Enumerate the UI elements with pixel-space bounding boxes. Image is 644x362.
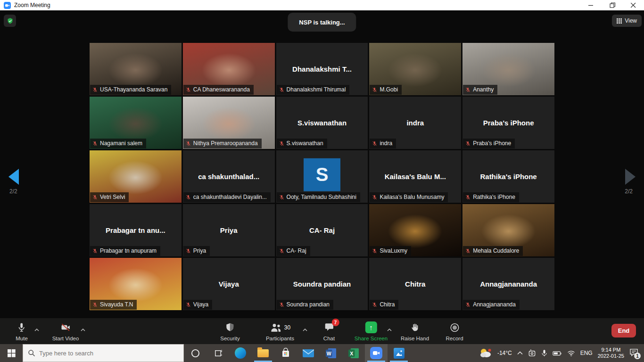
window-title: Zoom Meeting (14, 2, 50, 8)
shield-icon (225, 322, 235, 333)
cortana-button[interactable] (184, 344, 206, 362)
task-view-button[interactable] (206, 344, 229, 362)
participant-name-text: Vijaya (193, 301, 208, 308)
mic-muted-icon (92, 87, 98, 92)
chat-label: Chat (323, 336, 335, 341)
taskbar-app-file-explorer[interactable] (252, 344, 274, 362)
temperature-label[interactable]: -14°C (497, 350, 512, 356)
mic-muted-icon (465, 87, 471, 92)
participant-name-text: Mehala Cuddalore (473, 247, 519, 254)
participant-tile[interactable]: Nithya Premaroopananda (183, 97, 275, 149)
raise-hand-button[interactable]: Raise Hand (401, 321, 429, 341)
mute-button[interactable]: Mute (16, 321, 28, 341)
previous-page-arrow[interactable] (8, 169, 19, 185)
participant-tile[interactable]: CA Dhaneswarananda (183, 43, 275, 95)
tray-date: 2022-01-25 (598, 353, 624, 359)
windows-taskbar: W X -14°C (0, 344, 644, 362)
participant-tile[interactable]: Dhanalakshmi T... Dhanalakshmi Thirumal (276, 43, 368, 95)
file-explorer-icon (257, 349, 269, 357)
mic-muted-icon (186, 302, 191, 307)
start-video-button[interactable]: Start Video (52, 321, 79, 341)
mic-muted-icon (372, 195, 377, 200)
edge-icon (235, 347, 246, 359)
zoom-taskbar-icon (370, 347, 382, 359)
taskbar-app-mail[interactable] (297, 344, 320, 362)
taskbar-app-excel[interactable]: X (342, 344, 365, 362)
close-button[interactable] (623, 0, 644, 10)
restore-button[interactable] (602, 0, 623, 10)
participant-tile[interactable]: Nagamani salem (90, 97, 182, 149)
mic-muted-icon (279, 87, 284, 92)
participant-tile[interactable]: S.viswanathan S.viswanathan (276, 97, 368, 149)
taskbar-search[interactable] (23, 344, 184, 362)
mic-muted-icon (279, 248, 284, 254)
participant-tile[interactable]: Soundra pandian Soundra pandian (276, 258, 368, 310)
microphone-icon (16, 322, 27, 333)
next-page-arrow[interactable] (625, 169, 636, 185)
participant-tile[interactable]: Priya Priya (183, 204, 275, 256)
participant-name-label: Priya (183, 246, 210, 256)
chat-button[interactable]: 7 Chat (323, 321, 335, 341)
participant-tile[interactable]: Sivayuda T.N (90, 258, 182, 310)
language-indicator[interactable]: ENG (580, 350, 593, 356)
participant-tile[interactable]: Vijaya Vijaya (183, 258, 275, 310)
chevron-up-icon[interactable] (517, 351, 523, 355)
participant-tile[interactable]: Kailasa's Balu M... Kailasa's Balu Munus… (369, 150, 461, 203)
security-button[interactable]: Security (220, 321, 240, 341)
participant-tile[interactable]: Mehala Cuddalore (462, 204, 554, 256)
share-screen-icon: ↑ (365, 321, 377, 333)
participant-tile[interactable]: ca shakunthalad... ca shakunthaladevi Da… (183, 150, 275, 203)
participant-name-text: Priya (193, 247, 206, 254)
share-screen-button[interactable]: ↑ Share Screen (355, 321, 388, 341)
start-button[interactable] (0, 344, 23, 362)
action-center-button[interactable]: 1 (629, 348, 638, 358)
taskbar-app-edge[interactable] (229, 344, 252, 362)
mic-muted-icon (279, 141, 284, 146)
participant-tile[interactable]: Annagjanananda Annagjanananda (462, 258, 554, 310)
camera-tray-icon[interactable] (528, 349, 536, 357)
participant-tile[interactable]: Ananthy (462, 43, 554, 95)
taskbar-app-photos[interactable] (388, 344, 410, 362)
participant-tile[interactable]: Prabagar tn anu... Prabagar tn anupuram (90, 204, 182, 256)
mic-muted-icon (186, 195, 191, 200)
end-meeting-button[interactable]: End (611, 324, 636, 337)
taskbar-app-store[interactable] (274, 344, 297, 362)
view-button[interactable]: View (612, 15, 642, 27)
participant-name-label: M.Gobi (370, 85, 402, 95)
mute-options-caret[interactable] (34, 325, 39, 333)
participant-tile[interactable]: S Ooty, Tamilnadu Subhashini (276, 150, 368, 203)
battery-icon[interactable] (553, 350, 562, 356)
participant-tile[interactable]: CA- Raj CA- Raj (276, 204, 368, 256)
participant-name-label: Mehala Cuddalore (463, 246, 523, 256)
taskbar-clock[interactable]: 9:14 PM 2022-01-25 (598, 347, 624, 359)
mic-muted-icon (372, 87, 377, 92)
participant-name-text: Chitra (380, 301, 395, 308)
share-options-caret[interactable] (387, 325, 392, 333)
participant-tile[interactable]: Praba's iPhone Praba's iPhone (462, 97, 554, 149)
taskbar-app-word[interactable]: W (320, 344, 342, 362)
participant-tile[interactable]: M.Gobi (369, 43, 461, 95)
minimize-button[interactable] (580, 0, 602, 10)
weather-icon[interactable] (479, 348, 492, 358)
wifi-icon[interactable] (567, 350, 575, 356)
microphone-tray-icon[interactable] (541, 349, 547, 357)
mic-muted-icon (92, 302, 98, 307)
participant-tile[interactable]: Vetri Selvi (90, 150, 182, 203)
participant-name-label: Nithya Premaroopananda (183, 139, 262, 148)
participant-name-label: SivaLuxmy (370, 246, 411, 256)
participant-tile[interactable]: USA-Thayananda Saravan (90, 43, 182, 95)
search-input[interactable] (39, 350, 162, 357)
share-screen-label: Share Screen (355, 336, 388, 341)
record-button[interactable]: Record (446, 321, 463, 341)
participants-button[interactable]: 30 Participants (266, 321, 294, 341)
taskbar-app-zoom[interactable] (365, 344, 388, 362)
participant-tile[interactable]: SivaLuxmy (369, 204, 461, 256)
participant-tile[interactable]: Chitra Chitra (369, 258, 461, 310)
participant-tile[interactable]: Rathika's iPhone Rathika's iPhone (462, 150, 554, 203)
participant-name-text: Kailasa's Balu Munusamy (380, 194, 444, 200)
participants-options-caret[interactable] (303, 325, 307, 333)
participant-name-label: Praba's iPhone (463, 139, 515, 148)
participant-tile[interactable]: indra indra (369, 97, 461, 149)
video-options-caret[interactable] (81, 325, 85, 333)
meeting-info-shield-icon[interactable] (4, 15, 16, 27)
